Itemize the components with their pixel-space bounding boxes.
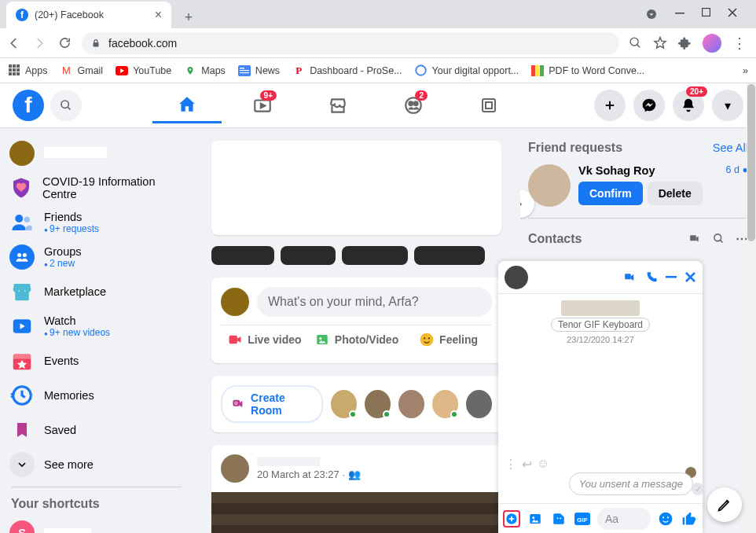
close-chat-icon[interactable] — [684, 271, 696, 283]
groups-icon — [9, 244, 35, 270]
bookmark-news[interactable]: News — [238, 64, 280, 77]
stories-row[interactable] — [211, 246, 501, 265]
groups-tab[interactable]: 2 — [379, 87, 448, 123]
react-icon[interactable]: ☺ — [537, 457, 549, 472]
voice-call-icon[interactable] — [645, 271, 658, 284]
message-options-icon[interactable]: ⋮ — [505, 457, 517, 472]
like-icon[interactable] — [681, 510, 698, 527]
gif-attachment-icon[interactable]: GIF — [574, 510, 591, 527]
kebab-menu-icon[interactable]: ⋮ — [732, 35, 745, 52]
sidebar-memories[interactable]: Memories — [5, 378, 188, 413]
video-call-icon[interactable] — [622, 272, 637, 283]
room-contact-avatar[interactable] — [331, 390, 357, 418]
bookmark-maps[interactable]: Maps — [184, 64, 226, 77]
sidebar-groups[interactable]: Groups2 new — [5, 240, 188, 274]
browser-tab[interactable]: f (20+) Facebook × — [6, 2, 171, 28]
confirm-button[interactable]: Confirm — [578, 182, 643, 205]
add-attachment-icon[interactable] — [503, 510, 520, 527]
home-tab[interactable] — [152, 87, 222, 123]
friend-avatar — [528, 164, 571, 207]
composer: What's on your mind, Arfa? Live video Ph… — [211, 278, 501, 363]
reply-icon[interactable]: ↩ — [522, 457, 532, 472]
svg-point-47 — [560, 517, 561, 519]
saved-icon — [9, 417, 35, 443]
sidebar-see-more[interactable]: See more — [5, 447, 188, 482]
bookmark-overflow-icon[interactable]: » — [743, 65, 748, 76]
new-message-fab[interactable] — [707, 487, 742, 522]
bookmark-gmail[interactable]: MGmail — [61, 64, 104, 77]
live-video-button[interactable]: Live video — [221, 325, 308, 354]
sidebar-covid[interactable]: COVID-19 Information Centre — [5, 171, 188, 205]
sticker-attachment-icon[interactable] — [550, 510, 567, 527]
composer-avatar[interactable] — [221, 288, 249, 316]
room-contact-avatar[interactable] — [432, 390, 458, 418]
sidebar-watch[interactable]: Watch9+ new videos — [5, 309, 188, 344]
delete-button[interactable]: Delete — [648, 182, 703, 205]
svg-rect-12 — [531, 65, 535, 76]
svg-point-15 — [61, 101, 68, 108]
svg-rect-14 — [540, 65, 544, 76]
forward-icon — [31, 35, 47, 51]
friend-request-item[interactable]: Vk Sohag Roy6 d ● Confirm Delete — [528, 160, 748, 219]
bookmark-dashboard[interactable]: PDashboard - ProSe... — [292, 64, 402, 77]
svg-point-46 — [557, 517, 559, 519]
account-button[interactable]: ▾ — [712, 90, 743, 121]
sidebar-saved[interactable]: Saved — [5, 413, 188, 447]
back-icon[interactable] — [6, 35, 22, 51]
messenger-button[interactable] — [633, 90, 665, 121]
watch-tab[interactable]: 9+ — [228, 87, 297, 123]
room-contact-avatar[interactable] — [398, 390, 424, 418]
minimize-icon[interactable] — [675, 8, 684, 20]
room-contact-avatar[interactable] — [466, 390, 492, 418]
photo-video-button[interactable]: Photo/Video — [308, 325, 405, 354]
svg-rect-1 — [675, 13, 684, 14]
dropdown-icon[interactable] — [645, 8, 658, 20]
svg-point-18 — [409, 101, 413, 105]
bookmark-apps[interactable]: Apps — [8, 64, 48, 77]
reload-icon[interactable] — [57, 35, 72, 51]
see-all-link[interactable]: See All — [713, 142, 748, 154]
address-bar[interactable]: facebook.com — [82, 32, 619, 54]
bookmark-youtube[interactable]: YouTube — [116, 64, 171, 77]
facebook-logo[interactable]: f — [13, 90, 44, 121]
bookmark-star-icon[interactable] — [653, 36, 667, 50]
gaming-tab[interactable] — [454, 87, 523, 123]
notifications-button[interactable]: 20+ — [673, 90, 704, 121]
feeling-button[interactable]: Feeling — [405, 325, 492, 354]
chat-avatar[interactable] — [505, 266, 528, 289]
create-room-button[interactable]: Create Room — [221, 385, 323, 423]
pinterest-icon: P — [292, 64, 305, 77]
zoom-icon[interactable] — [629, 36, 642, 50]
sidebar-profile[interactable] — [5, 136, 188, 171]
minimize-chat-icon[interactable] — [666, 276, 677, 278]
maximize-icon[interactable] — [702, 8, 710, 20]
post-avatar[interactable] — [221, 454, 249, 483]
chat-input[interactable]: Aa — [597, 508, 651, 530]
new-room-icon[interactable] — [688, 233, 702, 244]
sidebar-events[interactable]: Events — [5, 344, 188, 378]
search-contacts-icon[interactable] — [713, 233, 725, 244]
friend-requests-heading: Friend requests — [528, 141, 622, 155]
chat-window: Tenor GIF Keyboard 23/12/2020 14:27 ⋮ ↩ … — [498, 261, 703, 533]
profile-avatar[interactable] — [703, 34, 721, 53]
marketplace-tab[interactable] — [303, 87, 372, 123]
gmail-icon: M — [61, 64, 73, 77]
new-tab-button[interactable]: + — [178, 6, 200, 28]
search-button[interactable] — [50, 90, 82, 121]
sidebar-friends[interactable]: Friends9+ requests — [5, 205, 188, 240]
notif-badge: 20+ — [686, 86, 707, 97]
composer-input[interactable]: What's on your mind, Arfa? — [257, 287, 492, 317]
post-image[interactable] — [211, 492, 501, 533]
emoji-picker-icon[interactable] — [657, 510, 674, 527]
bookmark-pdf[interactable]: PDF to Word Conve... — [531, 64, 644, 77]
create-button[interactable] — [594, 90, 626, 121]
close-tab-icon[interactable]: × — [155, 8, 162, 22]
sidebar-marketplace[interactable]: Marketplace — [5, 274, 188, 309]
close-window-icon[interactable] — [728, 8, 737, 20]
room-contact-avatar[interactable] — [365, 390, 391, 418]
bookmark-digital[interactable]: Your digital opport... — [415, 64, 519, 77]
photo-attachment-icon[interactable] — [527, 510, 544, 527]
extensions-icon[interactable] — [678, 36, 692, 50]
scrollbar[interactable] — [747, 83, 756, 533]
sidebar-shortcut[interactable]: S — [5, 516, 188, 533]
